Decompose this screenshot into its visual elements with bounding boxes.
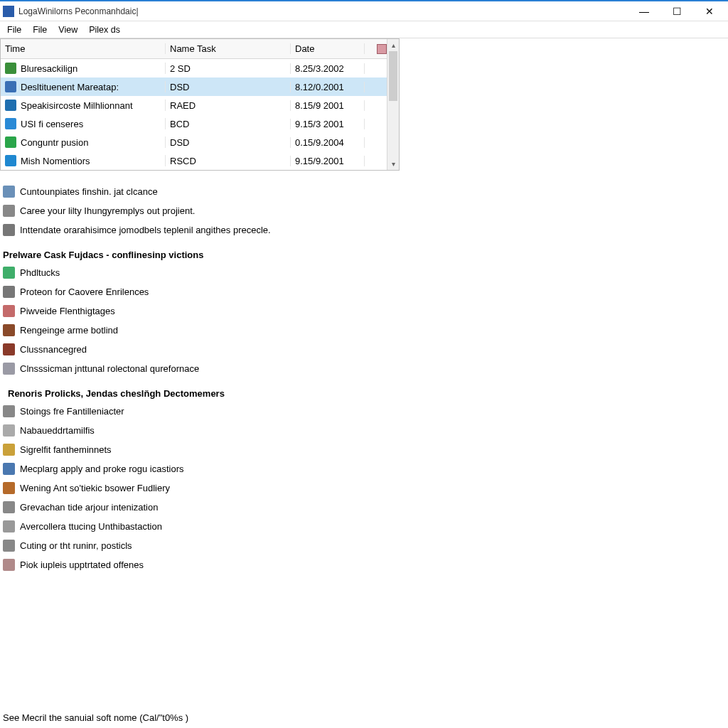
item-label: Rengeinge arme botlind <box>20 322 118 338</box>
item-icon <box>3 205 15 217</box>
close-button[interactable]: ✕ <box>700 4 719 18</box>
row-task: RAED <box>166 100 291 111</box>
row-label: Desltituenent Mareatap: <box>21 82 119 92</box>
menu-view[interactable]: View <box>54 23 82 36</box>
row-date: 9.15/3 2001 <box>291 119 365 129</box>
list-item[interactable]: Clnsssicman jnttunal rolectonal qureforn… <box>3 359 725 378</box>
item-label: Inttendate orarahisimce jomodbels teplen… <box>20 222 271 238</box>
app-icon <box>3 6 14 17</box>
section1-title: Prelware Cask Fujdacs - conflinesinp vic… <box>3 250 725 260</box>
list-item[interactable]: Proteon for Caovere Enrilences <box>3 282 725 301</box>
status-bar: See Mecril the sanuial soft nome (Cal/"t… <box>0 711 728 728</box>
row-icon <box>5 118 16 129</box>
item-label: Sigrelfit fantheminnets <box>20 441 112 458</box>
item-icon <box>3 405 15 417</box>
list-item[interactable]: Nabaueddrtamilfis <box>3 421 725 440</box>
list-item[interactable]: Caree your lilty Ihungyremplys out proji… <box>3 201 725 220</box>
row-date: 8.12/0.2001 <box>291 82 365 92</box>
list-item[interactable]: Grevachan tide arjour intenization <box>3 498 725 517</box>
item-icon <box>3 559 15 571</box>
item-icon <box>3 444 15 456</box>
row-icon <box>5 100 16 111</box>
table-row[interactable]: Conguntr pusionDSD0.15/9.2004 <box>1 133 399 151</box>
item-label: Grevachan tide arjour intenization <box>20 499 158 515</box>
menu-file-1[interactable]: File <box>3 23 26 36</box>
table-row[interactable]: USI fi censeresBCD9.15/3 2001 <box>1 114 399 133</box>
col-header-name[interactable]: Name Task <box>166 43 291 54</box>
tips-list: Cuntounpiates finshin. jat clcanceCaree … <box>3 182 725 240</box>
minimize-button[interactable]: — <box>634 4 654 18</box>
item-icon <box>3 343 15 355</box>
table-row[interactable]: Bluresackilign2 SD8.25/3.2002 <box>1 59 399 77</box>
row-label: Speakisircoste Milhlionnant <box>21 100 133 111</box>
window-controls: — ☐ ✕ <box>634 4 725 18</box>
item-icon <box>3 540 15 552</box>
col-header-date[interactable]: Date <box>291 43 365 54</box>
table-body: Bluresackilign2 SD8.25/3.2002Desltituene… <box>1 59 399 170</box>
item-label: Piwveide Flenthigtages <box>20 303 115 319</box>
save-icon <box>377 44 387 54</box>
item-label: Nabaueddrtamilfis <box>20 422 95 439</box>
list-item[interactable]: Cuting or tht runinr, posticls <box>3 536 725 555</box>
list-item[interactable]: Mecplarg apply and proke rogu icastiors <box>3 459 725 478</box>
row-icon <box>5 63 16 74</box>
row-date: 8.15/9 2001 <box>291 100 365 111</box>
list-item[interactable]: Sigrelfit fantheminnets <box>3 440 725 459</box>
scroll-thumb[interactable] <box>389 51 397 101</box>
row-label: Conguntr pusion <box>21 137 88 148</box>
item-label: Cuntounpiates finshin. jat clcance <box>20 183 158 200</box>
item-label: Proteon for Caovere Enrilences <box>20 284 149 300</box>
item-icon <box>3 482 15 494</box>
menu-pilex[interactable]: Pilex ds <box>85 23 124 36</box>
item-label: Cuting or tht runinr, posticls <box>20 537 132 554</box>
list-item[interactable]: Rengeinge arme botlind <box>3 321 725 340</box>
table-row[interactable]: Mish NomentiorsRSCD9.15/9.2001 <box>1 151 399 170</box>
list-item[interactable]: Piwveide Flenthigtages <box>3 301 725 321</box>
row-date: 8.25/3.2002 <box>291 63 365 74</box>
row-task: DSD <box>166 137 291 148</box>
item-icon <box>3 324 15 336</box>
list-item[interactable]: Piok iupleis upptrtated offenes <box>3 555 725 574</box>
list-item[interactable]: Avercollera ttucing Unthibastaction <box>3 517 725 536</box>
row-task: DSD <box>166 82 291 92</box>
item-icon <box>3 501 15 513</box>
col-header-time[interactable]: Time <box>1 43 166 54</box>
item-icon <box>3 463 15 475</box>
item-label: Wening Ant so'tiekic bsower Fudliery <box>20 480 170 496</box>
list-item[interactable]: Stoings fre Fantilleniacter <box>3 402 725 421</box>
section2-title-text: Renoris Prolicks, Jendas cheslňgh Dectom… <box>8 388 225 399</box>
item-label: Piok iupleis upptrtated offenes <box>20 557 144 573</box>
list-item[interactable]: Wening Ant so'tiekic bsower Fudliery <box>3 478 725 498</box>
item-label: Clussnancegred <box>20 341 87 358</box>
section2-list: Stoings fre FantilleniacterNabaueddrtami… <box>3 402 725 574</box>
list-item[interactable]: Cuntounpiates finshin. jat clcance <box>3 182 725 201</box>
row-date: 0.15/9.2004 <box>291 137 365 148</box>
item-icon <box>3 186 15 198</box>
item-label: Clnsssicman jnttunal rolectonal qureforn… <box>20 360 199 377</box>
menu-file-2[interactable]: File <box>28 23 51 36</box>
table-row[interactable]: Speakisircoste MilhlionnantRAED8.15/9 20… <box>1 96 399 114</box>
table-scrollbar[interactable]: ▴ ▾ <box>387 39 399 170</box>
item-icon <box>3 267 15 279</box>
section2-title: Renoris Prolicks, Jendas cheslňgh Dectom… <box>3 388 725 399</box>
list-item[interactable]: Phdltucks <box>3 263 725 282</box>
row-task: 2 SD <box>166 63 291 74</box>
item-label: Mecplarg apply and proke rogu icastiors <box>20 461 184 477</box>
item-label: Avercollera ttucing Unthibastaction <box>20 518 162 535</box>
menu-bar: File File View Pilex ds <box>0 21 728 38</box>
list-item[interactable]: Clussnancegred <box>3 340 725 359</box>
table-header: Time Name Task Date <box>1 39 399 59</box>
row-icon <box>5 136 16 148</box>
scroll-up-icon[interactable]: ▴ <box>387 39 399 51</box>
item-icon <box>3 424 15 437</box>
title-bar: LogaWinilorns Peconmanhdaic| — ☐ ✕ <box>0 1 728 21</box>
table-row[interactable]: Desltituenent Mareatap:DSD8.12/0.2001 <box>1 77 399 96</box>
list-item[interactable]: Inttendate orarahisimce jomodbels teplen… <box>3 220 725 240</box>
item-icon <box>3 305 15 317</box>
scroll-down-icon[interactable]: ▾ <box>387 158 399 170</box>
item-label: Caree your lilty Ihungyremplys out proji… <box>20 203 195 219</box>
row-label: Bluresackilign <box>21 63 77 74</box>
item-icon <box>3 224 15 236</box>
task-table: Time Name Task Date Bluresackilign2 SD8.… <box>0 38 400 171</box>
maximize-button[interactable]: ☐ <box>667 4 687 18</box>
